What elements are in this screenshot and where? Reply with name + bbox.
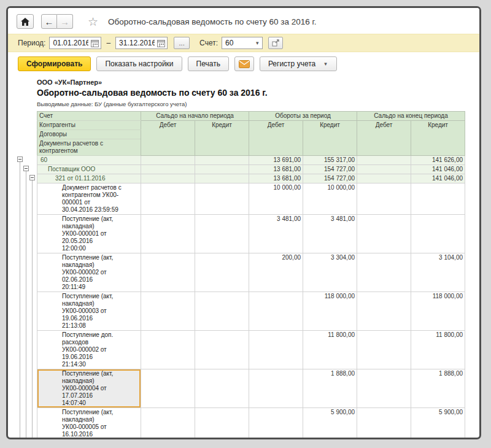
value-cell[interactable]: [141, 331, 195, 369]
value-cell[interactable]: [141, 156, 195, 165]
value-cell[interactable]: [141, 408, 195, 440]
generate-button[interactable]: Сформировать: [18, 56, 91, 71]
detail-row[interactable]: Документ расчетов с контрагентом УК00-00…: [37, 183, 465, 215]
row-label-cell[interactable]: 60: [37, 156, 141, 165]
account-input[interactable]: [224, 38, 255, 48]
value-cell[interactable]: [141, 292, 195, 331]
value-cell[interactable]: 141 626,00: [411, 156, 465, 165]
group-row[interactable]: Поставщик ООО13 681,00154 727,00141 046,…: [37, 165, 465, 174]
value-cell[interactable]: [357, 174, 411, 183]
collapse-group-button[interactable]: [23, 166, 29, 171]
value-cell[interactable]: 154 727,00: [303, 165, 357, 174]
chevron-down-icon[interactable]: ▾: [255, 40, 260, 46]
value-cell[interactable]: [195, 331, 249, 369]
value-cell[interactable]: 13 691,00: [249, 156, 303, 165]
value-cell[interactable]: 200,00: [249, 253, 303, 292]
detail-row[interactable]: Поступление (акт, накладная) УК00-000002…: [37, 253, 465, 292]
detail-row[interactable]: Поступление (акт, накладная) УК00-000001…: [37, 215, 465, 253]
value-cell[interactable]: 155 317,00: [303, 156, 357, 165]
home-button[interactable]: [17, 14, 34, 29]
value-cell[interactable]: [195, 253, 249, 292]
calendar-icon[interactable]: [91, 39, 99, 47]
value-cell[interactable]: [357, 408, 411, 440]
value-cell[interactable]: [357, 183, 411, 215]
value-cell[interactable]: 1 888,00: [303, 369, 357, 408]
value-cell[interactable]: [141, 369, 195, 408]
collapse-group-button[interactable]: [17, 156, 23, 162]
group-row[interactable]: 321 от 01.11.201613 681,00154 727,00141 …: [37, 174, 465, 183]
value-cell[interactable]: 118 000,00: [411, 292, 465, 331]
back-button[interactable]: ←: [41, 14, 57, 29]
print-button[interactable]: Печать: [188, 56, 229, 71]
settings-button[interactable]: Показать настройки: [96, 56, 182, 71]
value-cell[interactable]: [195, 215, 249, 253]
value-cell[interactable]: 11 800,00: [411, 331, 465, 369]
account-select-button[interactable]: [268, 37, 283, 49]
row-label-cell[interactable]: Поступление (акт, накладная) УК00-000003…: [37, 292, 141, 331]
value-cell[interactable]: [195, 165, 249, 174]
value-cell[interactable]: [249, 369, 303, 408]
value-cell[interactable]: [141, 215, 195, 253]
row-label-cell[interactable]: Поступление доп. расходов УК00-000002 от…: [37, 331, 141, 369]
detail-row[interactable]: Поступление (акт, накладная) УК00-000005…: [37, 408, 465, 440]
star-icon[interactable]: ☆: [88, 16, 98, 28]
value-cell[interactable]: [357, 215, 411, 253]
value-cell[interactable]: [357, 331, 411, 369]
value-cell[interactable]: 13 681,00: [249, 174, 303, 183]
value-cell[interactable]: 154 727,00: [303, 174, 357, 183]
detail-row[interactable]: Поступление доп. расходов УК00-000002 от…: [37, 331, 465, 369]
value-cell[interactable]: [141, 183, 195, 215]
row-label-cell[interactable]: Поступление (акт, накладная) УК00-000002…: [37, 253, 141, 292]
value-cell[interactable]: [195, 183, 249, 215]
value-cell[interactable]: 3 481,00: [303, 215, 357, 253]
value-cell[interactable]: [195, 408, 249, 440]
value-cell[interactable]: [195, 174, 249, 183]
detail-row[interactable]: Поступление (акт, накладная) УК00-000003…: [37, 292, 465, 331]
period-to-input[interactable]: [118, 38, 156, 48]
selected-cell[interactable]: Поступление (акт, накладная) УК00-000004…: [37, 369, 141, 408]
value-cell[interactable]: 5 900,00: [411, 408, 465, 440]
value-cell[interactable]: [141, 165, 195, 174]
group-row[interactable]: 6013 691,00155 317,00141 626,00: [37, 156, 465, 165]
value-cell[interactable]: 5 900,00: [303, 408, 357, 440]
value-cell[interactable]: 10 000,00: [303, 183, 357, 215]
value-cell[interactable]: 3 104,00: [411, 253, 465, 292]
period-from-input[interactable]: [52, 38, 90, 48]
value-cell[interactable]: [411, 215, 465, 253]
value-cell[interactable]: [249, 331, 303, 369]
value-cell[interactable]: [195, 369, 249, 408]
row-label-cell[interactable]: Поступление (акт, накладная) УК00-000001…: [37, 215, 141, 253]
value-cell[interactable]: [357, 369, 411, 408]
value-cell[interactable]: 1 888,00: [411, 369, 465, 408]
detail-row[interactable]: Поступление (акт, накладная) УК00-000004…: [37, 369, 465, 408]
value-cell[interactable]: 3 304,00: [303, 253, 357, 292]
value-cell[interactable]: 13 681,00: [249, 165, 303, 174]
value-cell[interactable]: [249, 292, 303, 331]
row-label-cell[interactable]: Поставщик ООО: [37, 165, 141, 174]
value-cell[interactable]: 118 000,00: [303, 292, 357, 331]
value-cell[interactable]: 141 046,00: [411, 174, 465, 183]
period-more-button[interactable]: ...: [174, 37, 190, 49]
row-label-cell[interactable]: Поступление (акт, накладная) УК00-000005…: [37, 408, 141, 440]
value-cell[interactable]: 11 800,00: [303, 331, 357, 369]
value-cell[interactable]: 141 046,00: [411, 165, 465, 174]
value-cell[interactable]: [141, 253, 195, 292]
value-cell[interactable]: [357, 292, 411, 331]
value-cell[interactable]: [357, 165, 411, 174]
send-email-button[interactable]: [234, 56, 254, 71]
value-cell[interactable]: [357, 253, 411, 292]
value-cell[interactable]: [411, 183, 465, 215]
value-cell[interactable]: [195, 292, 249, 331]
row-label-cell[interactable]: 321 от 01.11.2016: [37, 174, 141, 183]
value-cell[interactable]: 10 000,00: [249, 183, 303, 215]
value-cell[interactable]: [249, 408, 303, 440]
row-label-cell[interactable]: Документ расчетов с контрагентом УК00-00…: [37, 183, 141, 215]
calendar-icon[interactable]: [157, 39, 165, 47]
value-cell[interactable]: [141, 174, 195, 183]
collapse-group-button[interactable]: [29, 175, 35, 180]
value-cell[interactable]: [357, 156, 411, 165]
value-cell[interactable]: 3 481,00: [249, 215, 303, 253]
value-cell[interactable]: [195, 156, 249, 165]
register-menu-button[interactable]: Регистр учета ▾: [260, 56, 337, 71]
forward-button[interactable]: →: [57, 14, 73, 29]
